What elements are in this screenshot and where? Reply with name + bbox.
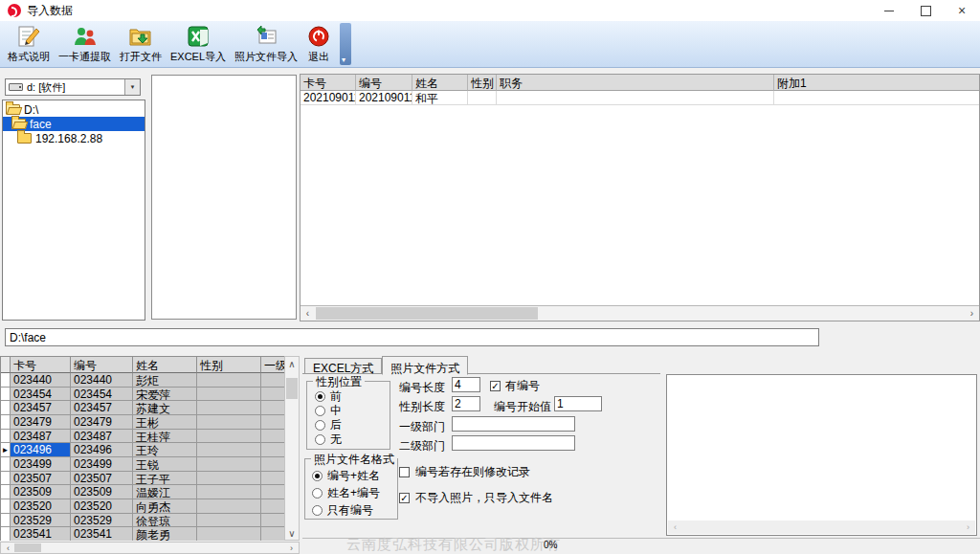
table-cell[interactable]: 王彬 <box>133 415 197 430</box>
table-cell[interactable]: 202109011 <box>356 91 412 105</box>
table-cell[interactable]: 和平 <box>412 91 468 105</box>
toolbar-overflow-handle[interactable]: ▾ <box>340 23 351 65</box>
column-header[interactable]: 职务 <box>497 75 774 91</box>
file-list-panel[interactable] <box>151 75 297 320</box>
checkbox-icon[interactable]: ✓ <box>490 381 501 391</box>
table-cell[interactable]: 王子平 <box>133 472 197 486</box>
table-cell[interactable] <box>261 415 284 430</box>
table-cell[interactable]: 023509 <box>71 485 133 499</box>
radio-icon[interactable] <box>315 406 325 416</box>
column-header[interactable]: 卡号 <box>11 357 71 373</box>
radio-icon[interactable] <box>315 391 325 402</box>
table-row[interactable]: 023499023499王锐 <box>1 457 284 472</box>
column-header[interactable]: 卡号 <box>301 75 356 91</box>
table-cell[interactable]: 023496 <box>71 443 133 457</box>
radio-option[interactable]: 无 <box>315 432 390 447</box>
scroll-up-icon[interactable]: ∧ <box>285 357 299 370</box>
table-cell[interactable] <box>261 430 284 444</box>
radio-icon[interactable] <box>312 488 323 499</box>
table-cell[interactable]: 023507 <box>11 472 71 486</box>
table-row[interactable]: ►023496023496王玲 <box>1 443 284 457</box>
table-cell[interactable]: 023479 <box>71 415 133 430</box>
radio-icon[interactable] <box>312 471 323 481</box>
table-cell[interactable]: 023454 <box>71 388 133 402</box>
scroll-down-icon[interactable]: ∨ <box>285 526 299 540</box>
drive-select[interactable]: d: [软件] ▼ <box>5 78 141 96</box>
column-header[interactable]: 姓名 <box>412 75 468 91</box>
column-header[interactable]: 编号 <box>356 75 412 91</box>
maximize-button[interactable] <box>907 0 944 21</box>
table-cell[interactable]: 023440 <box>11 373 71 388</box>
table-cell[interactable]: 苏建文 <box>133 401 197 415</box>
table-row[interactable]: 023507023507王子平 <box>1 472 284 486</box>
number-start-input[interactable] <box>554 396 602 411</box>
photo-import-button[interactable]: 照片文件导入 <box>233 23 300 65</box>
table-cell[interactable] <box>197 472 261 486</box>
table-cell[interactable] <box>261 472 284 486</box>
scrollbar-thumb[interactable] <box>286 378 298 399</box>
photo-preview-panel[interactable]: ‹ › <box>666 374 977 536</box>
table-cell[interactable] <box>774 91 979 105</box>
radio-icon[interactable] <box>315 420 325 431</box>
radio-option[interactable]: 姓名+编号 <box>312 484 397 501</box>
table-cell[interactable] <box>197 457 261 472</box>
checkbox-option[interactable]: 编号若存在则修改记录 <box>399 465 553 478</box>
table-cell[interactable]: 颜老勇 <box>133 527 197 541</box>
table-cell[interactable]: 023487 <box>11 430 71 444</box>
scroll-left-icon[interactable]: ‹ <box>668 521 682 534</box>
table-row[interactable]: 023529023529徐登琼 <box>1 514 284 528</box>
table-cell[interactable]: 王锐 <box>133 457 197 472</box>
table-cell[interactable]: 023496 <box>11 443 71 457</box>
open-file-button[interactable]: 打开文件 <box>118 23 164 65</box>
scrollbar-thumb[interactable] <box>316 307 538 320</box>
table-cell[interactable] <box>261 373 284 388</box>
tab-excel-mode[interactable]: EXCEL方式 <box>304 358 382 374</box>
drive-select-dropdown-button[interactable]: ▼ <box>124 79 140 95</box>
table-row[interactable]: 023541023541颜老勇 <box>1 527 284 541</box>
table-cell[interactable]: 徐登琼 <box>133 514 197 528</box>
table-row[interactable]: 023509023509温嫒江 <box>1 485 284 499</box>
column-header[interactable]: 一级 <box>261 357 284 373</box>
table-cell[interactable]: 023499 <box>71 457 133 472</box>
table-cell[interactable] <box>197 373 261 388</box>
table-cell[interactable]: 023499 <box>11 457 71 472</box>
table-cell[interactable]: 023529 <box>71 514 133 528</box>
has-number-option[interactable]: ✓ 有编号 <box>490 378 540 394</box>
table-cell[interactable]: 202109011 <box>301 91 356 105</box>
scroll-right-icon[interactable]: › <box>965 306 979 321</box>
radio-option[interactable]: 后 <box>315 418 390 432</box>
table-cell[interactable]: 023541 <box>71 527 133 541</box>
table-cell[interactable]: 023520 <box>71 499 133 514</box>
radio-option[interactable]: 中 <box>315 404 390 418</box>
table-row[interactable]: 023457023457苏建文 <box>1 401 284 415</box>
table-cell[interactable] <box>197 388 261 402</box>
table-cell[interactable] <box>261 514 284 528</box>
table-row[interactable]: 023487023487王桂萍 <box>1 430 284 444</box>
table-cell[interactable] <box>197 485 261 499</box>
column-header[interactable]: 姓名 <box>133 357 197 373</box>
checkbox-option[interactable]: ✓不导入照片，只导入文件名 <box>399 491 553 504</box>
table-cell[interactable]: 023440 <box>71 373 133 388</box>
dept2-input[interactable] <box>452 435 575 451</box>
checkbox-icon[interactable]: ✓ <box>399 493 410 503</box>
photo-preview-hscrollbar[interactable]: ‹ › <box>668 521 975 534</box>
personnel-table-hscrollbar[interactable]: ‹ › <box>0 542 300 554</box>
checkbox-icon[interactable] <box>399 467 410 477</box>
radio-icon[interactable] <box>315 434 325 445</box>
column-header[interactable]: 附加1 <box>774 75 979 91</box>
column-header[interactable]: 性别 <box>197 357 261 373</box>
tree-item[interactable]: 192.168.2.88 <box>3 131 145 145</box>
path-input[interactable] <box>5 328 819 346</box>
column-header[interactable]: 编号 <box>71 357 133 373</box>
preview-grid-hscrollbar[interactable]: ‹ › <box>301 305 979 321</box>
table-cell[interactable]: 023487 <box>71 430 133 444</box>
table-cell[interactable] <box>261 527 284 541</box>
table-cell[interactable] <box>197 527 261 541</box>
table-cell[interactable]: 023529 <box>11 514 71 528</box>
table-cell[interactable] <box>468 91 497 105</box>
dept1-input[interactable] <box>452 416 575 432</box>
gender-length-input[interactable] <box>452 396 480 411</box>
table-cell[interactable]: 023541 <box>11 527 71 541</box>
table-cell[interactable]: 023479 <box>11 415 71 430</box>
format-help-button[interactable]: 格式说明 <box>6 23 52 65</box>
